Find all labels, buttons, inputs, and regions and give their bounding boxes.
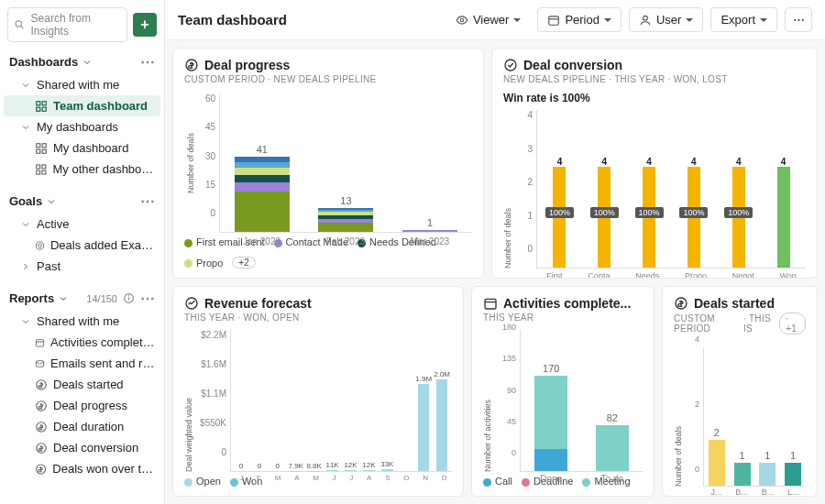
dollar-icon (35, 463, 47, 476)
svg-rect-19 (36, 339, 43, 345)
y-axis: 420 (687, 334, 699, 487)
svg-rect-13 (42, 170, 46, 174)
goals-tree: Active Deals added Example t... Past (0, 214, 164, 277)
card-deals-started: Deals started CUSTOM PERIODTHIS IS+1 Num… (662, 286, 818, 497)
card-subtitle: CUSTOM PERIODNEW DEALS PIPELINE (184, 74, 472, 84)
calendar-icon (547, 14, 560, 27)
search-placeholder: Search from Insights (31, 12, 121, 38)
dashboard-icon (35, 163, 48, 176)
card-subtitle: NEW DEALS PIPELINETHIS YEARWON, LOST (503, 74, 806, 84)
add-button[interactable]: + (133, 13, 157, 37)
plus-icon: + (140, 16, 148, 33)
chevron-right-icon (20, 261, 31, 272)
target-icon (35, 239, 45, 252)
card-deal-progress: Deal progress CUSTOM PERIODNEW DEALS PIP… (172, 48, 484, 279)
group-active[interactable]: Active (4, 214, 160, 235)
info-icon[interactable] (123, 292, 135, 304)
card-revenue-forecast: Revenue forecast THIS YEARWON, OPEN Deal… (172, 286, 464, 497)
sidebar-item-my-other-dashboard[interactable]: My other dashboard (4, 159, 160, 180)
deal-progress-chart: Number of deals 604530150 41131 Jan 2023… (184, 93, 472, 233)
topbar: Team dashboard Viewer Period User Export (165, 0, 825, 40)
sidebar: Search from Insights + Dashboards ⋯ Shar… (0, 0, 165, 504)
report-activities-completed[interactable]: Activities completed an... (4, 332, 160, 353)
group-my-dashboards[interactable]: My dashboards (4, 116, 160, 137)
main-panel: Team dashboard Viewer Period User Export (165, 0, 825, 504)
group-shared-with-me[interactable]: Shared with me (4, 74, 160, 95)
dots-icon: ⋯ (793, 13, 805, 27)
card-title: Deal conversion (503, 58, 806, 72)
user-select[interactable]: User (629, 7, 703, 32)
report-deal-conversion[interactable]: Deal conversion (4, 437, 160, 458)
svg-rect-9 (42, 149, 46, 153)
sidebar-item-my-dashboard[interactable]: My dashboard (4, 137, 160, 159)
svg-point-0 (16, 21, 21, 27)
calendar-icon (35, 336, 45, 349)
section-menu-icon[interactable]: ⋯ (140, 197, 155, 206)
sub-more[interactable]: +1 (779, 312, 806, 334)
viewer-select[interactable]: Viewer (446, 8, 531, 31)
legend-more[interactable]: +2 (232, 257, 255, 268)
svg-rect-12 (37, 170, 40, 174)
mail-icon (35, 357, 45, 370)
more-menu-button[interactable]: ⋯ (785, 7, 812, 32)
sidebar-item-team-dashboard[interactable]: Team dashboard (4, 95, 160, 116)
calendar-icon (483, 296, 498, 311)
svg-point-32 (505, 60, 516, 71)
search-icon (14, 18, 26, 31)
svg-rect-10 (37, 164, 40, 168)
report-emails[interactable]: Emails sent and received (4, 353, 160, 374)
y-axis: $2.2M$1.6M$1.1M$550K0 (197, 330, 226, 472)
svg-point-30 (644, 16, 648, 20)
page-title: Team dashboard (178, 12, 287, 27)
period-select[interactable]: Period (537, 7, 622, 32)
chevron-down-icon (20, 316, 31, 327)
chevron-down-icon (20, 122, 31, 133)
svg-point-14 (36, 241, 43, 248)
svg-point-15 (38, 244, 42, 247)
group-reports-shared[interactable]: Shared with me (4, 311, 160, 332)
dollar-icon (184, 58, 199, 72)
svg-rect-7 (42, 143, 46, 147)
reports-tree: Shared with me Activities completed an..… (0, 311, 164, 479)
section-dashboards[interactable]: Dashboards ⋯ (0, 49, 164, 74)
svg-rect-5 (42, 107, 46, 111)
report-deals-started[interactable]: Deals started (4, 374, 160, 395)
forecast-icon (184, 296, 199, 311)
svg-point-18 (128, 296, 129, 297)
svg-rect-6 (37, 143, 40, 147)
svg-rect-8 (37, 149, 40, 153)
dashboard-icon (35, 100, 48, 113)
reports-count: 14/150 (86, 293, 117, 304)
chevron-down-icon (20, 219, 31, 230)
user-icon (639, 14, 652, 27)
svg-rect-34 (485, 299, 496, 309)
deals-started-chart: Number of deals 420 2111J...B...B...L... (674, 334, 806, 487)
report-deal-duration[interactable]: Deal duration (4, 416, 160, 437)
search-input[interactable]: Search from Insights (7, 7, 127, 42)
chevron-down-icon (20, 80, 31, 91)
svg-rect-28 (549, 16, 559, 24)
section-menu-icon[interactable]: ⋯ (140, 294, 155, 303)
card-deal-conversion: Deal conversion NEW DEALS PIPELINETHIS Y… (491, 48, 818, 279)
section-menu-icon[interactable]: ⋯ (140, 58, 155, 67)
svg-line-1 (21, 27, 24, 29)
svg-rect-4 (37, 107, 40, 111)
section-goals[interactable]: Goals ⋯ (0, 189, 164, 214)
y-axis: 43210 (516, 110, 533, 268)
svg-rect-3 (42, 101, 46, 104)
svg-point-27 (460, 18, 464, 22)
y-axis: 604530150 (199, 93, 215, 233)
dollar-icon (35, 421, 48, 433)
chevron-down-icon (46, 196, 57, 207)
activities-chart: Number of activities 18013590450 17082Do… (483, 323, 643, 472)
sidebar-item-goal-deals-added[interactable]: Deals added Example t... (4, 235, 160, 256)
report-deals-won[interactable]: Deals won over time (4, 458, 160, 479)
group-past[interactable]: Past (4, 256, 160, 277)
conversion-icon (503, 58, 518, 72)
report-deal-progress[interactable]: Deal progress (4, 395, 160, 416)
section-reports[interactable]: Reports 14/150 ⋯ (0, 286, 164, 311)
chevron-down-icon (58, 293, 69, 304)
dashboard-icon (35, 142, 48, 155)
dollar-icon (35, 400, 48, 412)
export-button[interactable]: Export (710, 7, 777, 32)
